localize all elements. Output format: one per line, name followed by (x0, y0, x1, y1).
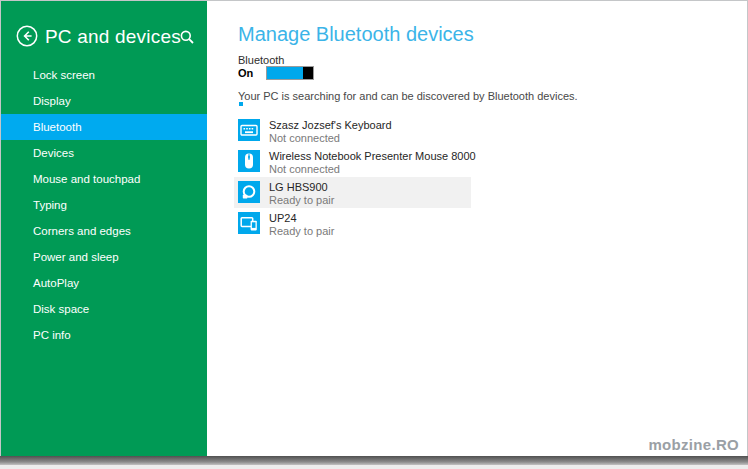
device-status: Not connected (269, 163, 476, 175)
search-icon[interactable] (180, 30, 194, 44)
device-text: Wireless Notebook Presenter Mouse 8000No… (269, 150, 476, 175)
sidebar-item-pc-info[interactable]: PC info (1, 322, 207, 348)
sidebar-item-autoplay[interactable]: AutoPlay (1, 270, 207, 296)
bluetooth-toggle-row: On (238, 66, 314, 80)
sidebar-item-typing[interactable]: Typing (1, 192, 207, 218)
screen: PC and devices Lock screenDisplayBluetoo… (0, 0, 748, 456)
device-text: Szasz Jozsef's KeyboardNot connected (269, 119, 392, 144)
sidebar-item-devices[interactable]: Devices (1, 140, 207, 166)
search-status-text: Your PC is searching for and can be disc… (238, 90, 578, 102)
headset-icon (238, 181, 260, 203)
toggle-thumb[interactable] (303, 67, 313, 79)
device-status: Not connected (269, 132, 392, 144)
sidebar-nav: Lock screenDisplayBluetoothDevicesMouse … (1, 62, 207, 348)
main-content: Manage Bluetooth devices Bluetooth On Yo… (207, 1, 747, 456)
device-status: Ready to pair (269, 225, 334, 237)
sidebar-header: PC and devices (1, 1, 207, 61)
sidebar-item-lock-screen[interactable]: Lock screen (1, 62, 207, 88)
pc-settings-window: PC and devices Lock screenDisplayBluetoo… (0, 0, 748, 469)
device-name: UP24 (269, 212, 334, 224)
device-row[interactable]: Wireless Notebook Presenter Mouse 8000No… (234, 146, 471, 177)
device-row[interactable]: Szasz Jozsef's KeyboardNot connected (234, 115, 471, 146)
sidebar-item-power-and-sleep[interactable]: Power and sleep (1, 244, 207, 270)
mouse-icon (238, 150, 260, 172)
keyboard-icon (238, 119, 260, 141)
sidebar-item-mouse-and-touchpad[interactable]: Mouse and touchpad (1, 166, 207, 192)
sidebar-item-display[interactable]: Display (1, 88, 207, 114)
sidebar-item-corners-and-edges[interactable]: Corners and edges (1, 218, 207, 244)
device-row[interactable]: UP24Ready to pair (234, 208, 471, 239)
sidebar-item-disk-space[interactable]: Disk space (1, 296, 207, 322)
sidebar-item-bluetooth[interactable]: Bluetooth (1, 114, 207, 140)
device-text: LG HBS900Ready to pair (269, 181, 334, 206)
bluetooth-toggle-label: Bluetooth (238, 54, 284, 66)
device-status: Ready to pair (269, 194, 334, 206)
toggle-state-text: On (238, 67, 265, 79)
content-title: Manage Bluetooth devices (238, 23, 474, 46)
device-row[interactable]: LG HBS900Ready to pair (234, 177, 471, 208)
device-name: LG HBS900 (269, 181, 334, 193)
sidebar: PC and devices Lock screenDisplayBluetoo… (1, 1, 207, 456)
device-icon (238, 212, 260, 234)
device-list: Szasz Jozsef's KeyboardNot connectedWire… (234, 115, 471, 239)
device-text: UP24Ready to pair (269, 212, 334, 237)
bottom-shadow (0, 456, 748, 465)
watermark: mobzine.RO (648, 436, 739, 453)
device-name: Szasz Jozsef's Keyboard (269, 119, 392, 131)
bluetooth-toggle[interactable] (266, 66, 314, 80)
device-name: Wireless Notebook Presenter Mouse 8000 (269, 150, 476, 162)
page-title: PC and devices (45, 26, 181, 48)
back-button[interactable] (16, 25, 38, 47)
progress-dot (239, 102, 243, 106)
bottom-strip (0, 465, 748, 469)
